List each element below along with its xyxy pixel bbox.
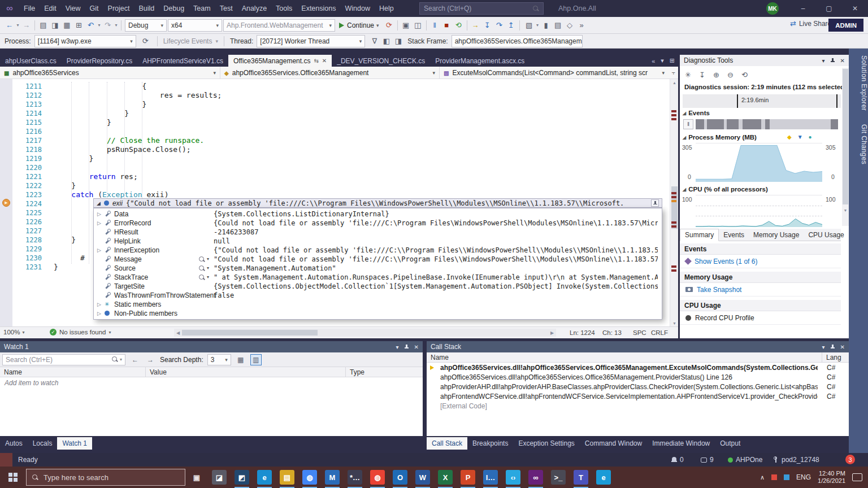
line-number[interactable]: 1221 (14, 172, 42, 181)
action-center-icon[interactable] (852, 473, 862, 481)
show-events-row[interactable]: Show Events (1 of 6) (680, 255, 841, 268)
close-icon[interactable] (414, 344, 419, 350)
export-icon[interactable]: ↧ (696, 68, 708, 81)
watch-layout-icon[interactable]: ▥ (250, 354, 262, 365)
taskbar-vscode[interactable]: ‹› (502, 467, 524, 488)
taskbar-excel[interactable]: X (434, 467, 457, 488)
callstack-header[interactable]: Call Stack (427, 341, 849, 352)
filter-icon[interactable]: ▼ (797, 134, 803, 140)
datatip-row[interactable]: WasThrownFromThrowStatementfalse (94, 291, 662, 300)
magnifier-icon[interactable] (199, 274, 205, 282)
continue-button[interactable]: Continue▾ (336, 19, 382, 32)
flag-thread-icon[interactable]: ◧ (380, 34, 392, 48)
line-number[interactable]: 1218 (14, 145, 42, 154)
undo-icon[interactable]: ↶ (85, 19, 97, 32)
taskbar-terminal[interactable]: >_ (547, 467, 570, 488)
selection-start-bar[interactable] (737, 94, 738, 108)
tray-app-icon-2[interactable] (784, 474, 789, 480)
line-number[interactable]: 1229 (14, 245, 42, 254)
menu-item-test[interactable]: Test (215, 0, 237, 17)
menu-item-analyze[interactable]: Analyze (237, 0, 271, 17)
redo-icon[interactable]: ↷ (102, 19, 114, 32)
frames-icon[interactable]: ◨ (392, 34, 404, 48)
stop-icon[interactable]: ■ (441, 19, 453, 32)
line-number[interactable]: 1222 (14, 181, 42, 190)
expander-icon[interactable]: ▷ (97, 300, 101, 309)
datatip-row[interactable]: ▷Data{System.Collections.ListDictionaryI… (94, 210, 662, 219)
gc-marker-icon[interactable]: ◆ (787, 134, 792, 140)
datatip-row[interactable]: TargetSite{System.Collections.ObjectMode… (94, 282, 662, 291)
more-commands-icon[interactable]: » (576, 19, 588, 32)
column-value[interactable]: Value (146, 367, 346, 377)
tab-immediate-window[interactable]: Immediate Window (647, 437, 715, 450)
notification-badge[interactable]: 3 (845, 455, 855, 464)
editor-vscrollbar[interactable]: ▲ ▼ (670, 79, 678, 326)
hot-reload-icon[interactable]: ⟳ (383, 19, 395, 32)
cpu-section-header[interactable]: ◢CPU (% of all processors) (683, 186, 768, 193)
column-name[interactable]: Name (0, 367, 146, 377)
tab-call-stack[interactable]: Call Stack (427, 437, 467, 450)
find-in-files-icon[interactable]: ◇ (564, 19, 576, 32)
line-number[interactable]: 1228 (14, 236, 42, 245)
line-number[interactable]: 1224 (14, 199, 42, 208)
member-dropdown[interactable]: ▧ ExcuteMsolCommands(List<Command> comma… (440, 67, 669, 79)
window-position-icon[interactable] (822, 344, 825, 350)
menu-item-extensions[interactable]: Extensions (297, 0, 340, 17)
watch-header[interactable]: Watch 1 (0, 341, 423, 352)
taskbar-search-input[interactable]: Type here to search (26, 469, 185, 486)
datatip-row[interactable]: Message▾"Could not load file or assembly… (94, 255, 662, 264)
step-over-icon[interactable]: ↷ (493, 19, 505, 32)
line-number[interactable]: 1211 (14, 82, 42, 91)
search-prev-icon[interactable]: ← (129, 354, 141, 365)
stack-frame-dropdown[interactable]: ahpOffice365Services.Office365Managem▾ (452, 35, 583, 47)
undo-icon-dropdown[interactable]: ▾ (97, 23, 102, 28)
code-map-icon-dropdown[interactable]: ▾ (535, 23, 540, 28)
column-lang[interactable]: Lang (822, 352, 849, 363)
step-into-icon[interactable]: ↧ (481, 19, 493, 32)
taskbar-outlook[interactable]: O (389, 467, 411, 488)
menu-item-team[interactable]: Team (189, 0, 215, 17)
quick-search-input[interactable]: Search (Ctrl+Q) (419, 2, 544, 15)
taskbar-chrome[interactable]: ◍ (298, 467, 321, 488)
line-number[interactable]: 1214 (14, 109, 42, 118)
menu-item-project[interactable]: Project (103, 0, 134, 17)
diag-tab-events[interactable]: Events (719, 229, 749, 241)
tab-ahpuserclass.cs[interactable]: ahpUserClass.cs (0, 55, 62, 67)
pin-icon[interactable] (830, 344, 835, 350)
line-number[interactable]: 1215 (14, 118, 42, 127)
menu-item-window[interactable]: Window (340, 0, 374, 17)
pin-icon[interactable] (830, 58, 835, 63)
close-tab-icon[interactable]: ✕ (322, 58, 327, 64)
startup-project-dropdown[interactable]: Ahp.Frontend.WebManagement▾ (223, 19, 335, 32)
line-number[interactable]: 1231 (14, 263, 42, 272)
tab-providerrepository.cs[interactable]: ProviderRepository.cs (62, 55, 137, 67)
taskbar-snip-tool[interactable]: ◪ (208, 467, 231, 488)
zoom-dropdown[interactable]: 100%▾ (3, 329, 24, 336)
diag-tab-summary[interactable]: Summary (680, 229, 719, 241)
spaces-indicator[interactable]: SPC (633, 329, 646, 336)
datatip-row[interactable]: ▷ErrorRecord{Could not load file or asse… (94, 219, 662, 228)
taskbar-file-explorer[interactable]: ▤ (276, 467, 298, 488)
take-snapshot-link[interactable]: Take Snapshot (697, 286, 741, 294)
line-number[interactable]: 1220 (14, 163, 42, 172)
datatip-row[interactable]: Source▾"System.Management.Automation" (94, 264, 662, 273)
record-cpu-row[interactable]: Record CPU Profile (680, 311, 841, 325)
code-editor[interactable]: 1211 {1212 res = results;1213 }1214 }121… (0, 79, 678, 326)
taskbar-photos[interactable]: ◩ (231, 467, 253, 488)
line-number[interactable]: 1219 (14, 154, 42, 163)
expander-icon[interactable]: ▷ (97, 246, 101, 255)
restart-icon[interactable]: ⟲ (453, 19, 465, 32)
platform-dropdown[interactable]: x64▾ (168, 19, 222, 32)
hscrollbar-thumb[interactable] (182, 330, 318, 336)
break-all-icon[interactable]: ‖ (429, 19, 441, 32)
split-editor-icon[interactable]: ⫟ (669, 67, 678, 79)
save-all-icon[interactable]: ⊞ (73, 19, 85, 32)
datatip-expander-icon[interactable]: ◢ (97, 201, 101, 206)
expander-icon[interactable]: ▷ (97, 309, 101, 318)
diagnostics-header[interactable]: Diagnostic Tools (680, 55, 849, 66)
datatip-header[interactable]: ◢ exii {"Could not load file or assembly… (93, 198, 662, 208)
take-snapshot-row[interactable]: Take Snapshot (680, 283, 841, 297)
menu-item-help[interactable]: Help (375, 0, 398, 17)
taskbar-mail[interactable]: M (321, 467, 344, 488)
keep-open-icon[interactable]: ⇆ (314, 58, 318, 64)
